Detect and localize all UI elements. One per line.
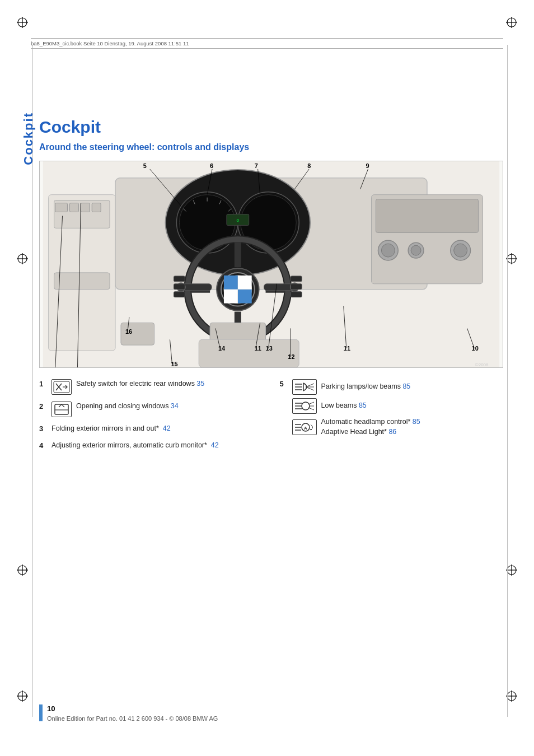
sidebar-label: Cockpit — [21, 112, 36, 165]
svg-rect-57 — [238, 290, 252, 304]
svg-text:11: 11 — [344, 345, 350, 352]
svg-text:7: 7 — [255, 162, 258, 169]
item-1-icon — [51, 379, 72, 395]
svg-rect-67 — [291, 276, 302, 282]
icon-row-autoheadlamp: A Automatic headlamp control* 85 Adaptiv… — [292, 417, 420, 437]
footer-content: 10 Online Edition for Part no. 01 41 2 6… — [47, 704, 218, 722]
desc-right-column: 5 — [280, 379, 504, 450]
item-1-text: Safety switch for electric rear windows … — [76, 379, 204, 389]
reg-mark-bl — [16, 689, 29, 703]
item-3-label: Folding exterior mirrors in and out* 42 — [51, 424, 171, 432]
svg-rect-29 — [81, 203, 90, 212]
svg-text:11: 11 — [255, 345, 261, 352]
auto-headlamp-icon: A — [292, 419, 317, 435]
svg-text:10: 10 — [472, 345, 479, 352]
svg-text:9: 9 — [366, 162, 369, 169]
footer-text: Online Edition for Part no. 01 41 2 600 … — [47, 714, 218, 722]
svg-point-130 — [302, 402, 310, 410]
svg-rect-28 — [69, 203, 78, 212]
item-4-num: 4 — [39, 441, 47, 450]
svg-rect-71 — [376, 199, 478, 233]
item-1-num: 1 — [39, 380, 47, 388]
svg-point-75 — [411, 245, 421, 255]
desc-item-2: 2 Opening and closing windows 34 — [39, 402, 263, 417]
cockpit-diagram: 0 — [39, 161, 503, 368]
item-5-num: 5 — [280, 380, 288, 388]
reg-mark-ml — [16, 252, 29, 265]
svg-text:0: 0 — [237, 218, 240, 223]
svg-text:16: 16 — [125, 328, 132, 335]
item-4-text: Adjusting exterior mirrors, automatic cu… — [51, 441, 219, 451]
main-content: Cockpit Around the steering wheel: contr… — [39, 50, 503, 450]
low-beams-ref: 85 — [359, 402, 367, 409]
svg-text:5: 5 — [143, 162, 147, 169]
section-subtitle: Around the steering wheel: controls and … — [39, 142, 503, 152]
svg-line-133 — [308, 408, 314, 410]
item-2-icon — [51, 402, 72, 417]
svg-text:A: A — [304, 426, 307, 431]
file-info-bar: ba8_E90M3_cic.book Seite 10 Dienstag, 19… — [31, 38, 503, 49]
icon-row-lowbeam: Low beams 85 — [292, 398, 420, 414]
item-2-ref: 34 — [171, 402, 179, 410]
svg-point-77 — [454, 244, 467, 257]
svg-text:12: 12 — [288, 353, 294, 360]
item-2-num: 2 — [39, 402, 47, 410]
svg-rect-59 — [238, 276, 252, 290]
item-3-num: 3 — [39, 424, 47, 433]
adaptive-head-ref: 86 — [388, 428, 396, 436]
reg-mark-tr — [505, 16, 518, 29]
svg-rect-68 — [291, 284, 302, 290]
right-border — [507, 45, 508, 717]
parking-lamps-ref: 85 — [402, 382, 410, 390]
svg-line-124 — [306, 384, 314, 387]
svg-rect-69 — [291, 292, 302, 297]
item-2-label: Opening and closing windows 34 — [76, 402, 179, 410]
icon-row-parking: Parking lamps/low beams 85 — [292, 379, 420, 395]
desc-left-column: 1 Safety switch for electric rear window… — [39, 379, 263, 450]
parking-lamps-icon — [292, 379, 317, 395]
item-1-label: Safety switch for electric rear windows … — [76, 380, 204, 388]
svg-line-126 — [306, 387, 314, 390]
reg-mark-tl — [16, 16, 29, 29]
auto-headlamp-text-group: Automatic headlamp control* 85 Adaptive … — [321, 417, 420, 437]
desc-item-1: 1 Safety switch for electric rear window… — [39, 379, 263, 395]
svg-rect-31 — [54, 273, 110, 290]
file-info-text: ba8_E90M3_cic.book Seite 10 Dienstag, 19… — [31, 40, 189, 46]
svg-rect-66 — [174, 292, 185, 297]
description-section: 1 Safety switch for electric rear window… — [39, 379, 503, 450]
item-3-text: Folding exterior mirrors in and out* 42 — [51, 424, 171, 434]
auto-headlamp-text: Automatic headlamp control* 85 — [321, 418, 420, 426]
svg-rect-58 — [224, 290, 238, 304]
footer: 10 Online Edition for Part no. 01 41 2 6… — [39, 704, 503, 722]
item-4-label: Adjusting exterior mirrors, automatic cu… — [51, 441, 219, 449]
svg-rect-56 — [224, 276, 238, 290]
low-beams-text: Low beams 85 — [321, 401, 367, 411]
item-4-ref: 42 — [211, 441, 219, 449]
reg-mark-bml — [16, 563, 29, 577]
desc-item-3: 3 Folding exterior mirrors in and out* 4… — [39, 424, 263, 434]
desc-item-4: 4 Adjusting exterior mirrors, automatic … — [39, 441, 263, 451]
svg-text:6: 6 — [210, 162, 213, 169]
svg-point-73 — [381, 244, 395, 257]
item-2-text: Opening and closing windows 34 — [76, 402, 179, 412]
svg-rect-118 — [55, 404, 68, 414]
svg-rect-65 — [174, 284, 185, 290]
adaptive-head-text: Adaptive Head Light* 86 — [321, 428, 397, 436]
parking-lamps-text: Parking lamps/low beams 85 — [321, 382, 411, 392]
svg-rect-64 — [174, 276, 185, 282]
svg-rect-27 — [55, 203, 68, 212]
svg-text:©2008: ©2008 — [475, 362, 489, 367]
auto-headlamp-ref: 85 — [413, 418, 420, 426]
svg-text:8: 8 — [307, 162, 311, 169]
svg-rect-80 — [199, 339, 299, 367]
page-number: 10 — [47, 704, 218, 713]
low-beams-icon — [292, 398, 317, 414]
page-title: Cockpit — [39, 118, 503, 137]
item-3-ref: 42 — [163, 424, 171, 432]
desc-item-5: 5 — [280, 379, 504, 437]
svg-line-131 — [308, 402, 314, 404]
svg-text:13: 13 — [266, 345, 273, 352]
svg-rect-30 — [92, 203, 101, 212]
item-1-ref: 35 — [196, 380, 204, 388]
page-num-block — [39, 704, 43, 721]
